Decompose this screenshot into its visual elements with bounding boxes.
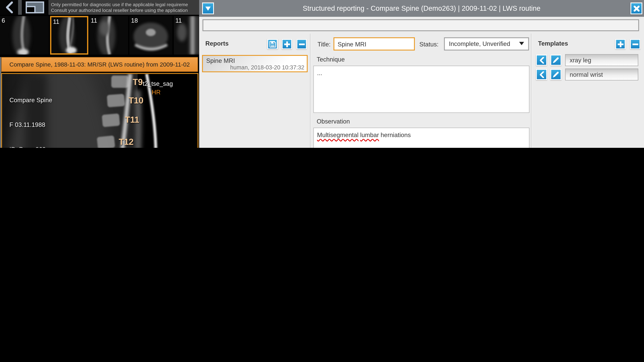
series-thumbnail-4[interactable]: 18 [129,16,172,55]
technique-textarea[interactable]: ... [314,66,530,113]
pencil-icon [552,57,560,64]
thumbnail-strip: 6 11 11 [0,15,199,56]
patient-name: Compare Spine [10,96,52,104]
panel-divider [531,34,532,148]
thumbnail-number: 18 [131,17,138,24]
vertebra-label: T11 [125,115,139,125]
application-window: Only permitted for diagnostic use if the… [0,0,644,148]
chevron-left-icon [539,57,544,63]
chevron-left-icon [539,71,544,78]
patient-id: ID: Demo263 [10,145,52,148]
title-input-wrap [334,37,415,50]
report-item-title: Spine MRI [206,57,235,64]
status-label: Status: [419,40,438,48]
disclaimer-line-2: Consult your authorized local reseller b… [51,7,199,13]
edit-template-2-button[interactable] [550,69,562,80]
panel-divider [310,34,310,148]
thumbnail-number: 11 [176,17,182,24]
series-thumbnail-5[interactable]: 11 [174,16,199,55]
thumbnail-image [0,16,49,55]
title-input[interactable] [334,38,414,50]
technique-label: Technique [317,56,345,63]
layout-button[interactable] [25,1,45,14]
viewer-top-bar: Only permitted for diagnostic use if the… [0,0,199,15]
window-menu-button[interactable] [202,2,214,14]
minus-icon [632,41,638,47]
series-thumbnail-2-selected[interactable]: 11 [50,16,88,55]
save-report-button[interactable] [267,39,278,49]
edit-template-1-button[interactable] [550,55,562,66]
series-thumbnail-1[interactable]: 6 [0,16,49,55]
title-label: Title: [318,40,330,48]
plus-icon [617,41,624,47]
status-select[interactable]: Incomplete, Unverified [444,37,529,50]
sequence-name-overlay: t2_tse_sag [143,80,173,88]
window-left-edge [0,57,1,148]
apply-template-1-button[interactable] [536,55,547,66]
thumbnail-number: 11 [53,18,59,25]
add-template-button[interactable] [615,39,626,49]
close-button[interactable] [630,2,642,14]
reporting-subbar [199,17,644,33]
structured-reporting-window: Structured reporting - Compare Spine (De… [199,0,644,148]
report-item-meta: human, 2018-03-20 10:37:32 [230,64,304,70]
minus-icon [298,41,305,47]
observation-word: lumbar [360,131,379,138]
back-button[interactable] [2,1,16,14]
disclaimer-line-1: Only permitted for diagnostic use if the… [51,2,199,7]
observation-word: herniations [381,131,411,138]
close-icon [633,5,640,12]
templates-heading: Templates [538,40,568,47]
template-name-field[interactable]: xray leg [565,54,638,66]
remove-report-button[interactable] [296,39,307,49]
patient-dob: F 03.11.1988 [10,121,52,129]
thumbnail-number: 6 [2,17,5,24]
chevron-down-icon [205,6,211,11]
save-icon [269,41,276,47]
orientation-hr-overlay: HR [152,88,160,96]
chevron-down-icon [519,42,524,45]
disclaimer-text: Only permitted for diagnostic use if the… [48,0,199,15]
remove-template-button[interactable] [630,39,640,49]
empty-toolbar-field[interactable] [202,19,639,31]
plus-icon [284,41,290,47]
report-list-item-selected[interactable]: Spine MRI human, 2018-03-20 10:37:32 [202,55,308,72]
series-thumbnail-3[interactable]: 11 [89,16,128,55]
template-name-field[interactable]: normal wrist [565,68,638,80]
vertebra-label: T9 [133,77,143,87]
pencil-icon [552,71,560,78]
reports-heading: Reports [205,40,228,47]
back-chevron-icon [4,1,14,13]
reporting-content: Reports Spin [199,34,644,148]
observation-textarea[interactable]: Multisegmentallumbarherniations [314,128,530,148]
image-viewport[interactable]: Compare Spine F 03.11.1988 ID: Demo263 A… [1,73,198,148]
vertebra-label: T12 [119,137,134,147]
series-banner: Compare Spine, 1988-11-03: MR/SR (LWS ro… [1,57,198,72]
vertebra-label: T10 [129,96,144,106]
observation-label: Observation [317,118,350,125]
status-value: Incomplete, Unverified [449,40,510,47]
reporting-titlebar[interactable]: Structured reporting - Compare Spine (De… [199,0,644,17]
viewport-layout-icon [26,1,44,13]
topbar-divider [18,0,22,15]
thumbnail-number: 11 [91,17,97,24]
observation-word: Multisegmental [317,131,358,138]
patient-info-overlay: Compare Spine F 03.11.1988 ID: Demo263 A… [10,80,52,148]
window-title: Structured reporting - Compare Spine (De… [199,4,644,12]
add-report-button[interactable] [282,39,292,49]
apply-template-2-button[interactable] [536,69,547,80]
